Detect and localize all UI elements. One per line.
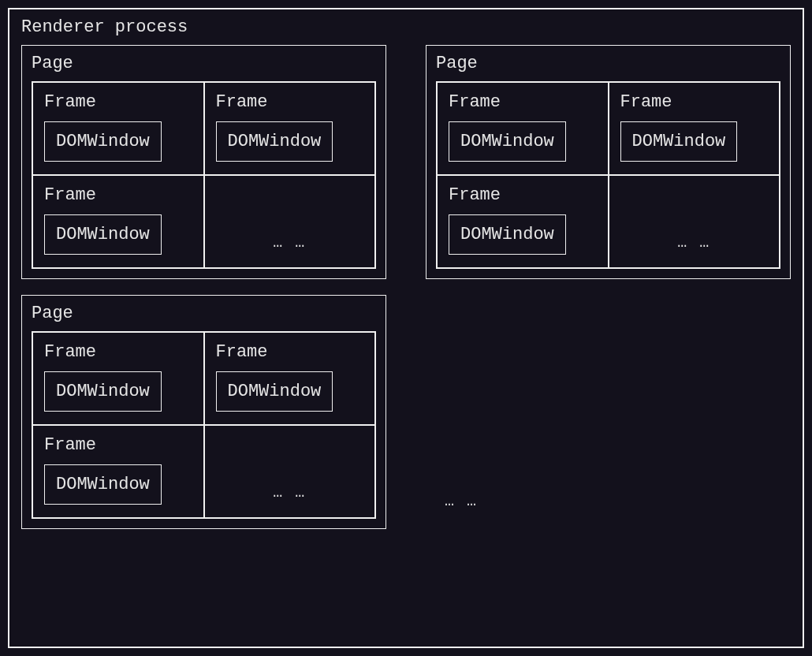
- page-label: Page: [32, 304, 376, 323]
- renderer-process-box: Renderer process Page Frame DOMWindow Fr…: [8, 8, 804, 648]
- frame-cell: Frame DOMWindow: [32, 175, 204, 268]
- domwindow-box: DOMWindow: [44, 121, 162, 162]
- page-box: Page Frame DOMWindow Frame DOMWindow Fra…: [21, 45, 386, 279]
- frame-label: Frame: [216, 342, 364, 362]
- frame-ellipsis-cell: … …: [609, 175, 780, 268]
- frame-label: Frame: [44, 185, 192, 205]
- page-box: Page Frame DOMWindow Frame DOMWindow Fra…: [21, 295, 386, 529]
- ellipsis-label: … …: [273, 233, 306, 252]
- domwindow-box: DOMWindow: [620, 121, 738, 162]
- ellipsis-label: … …: [445, 492, 478, 510]
- frame-cell: Frame DOMWindow: [32, 82, 204, 175]
- frame-cell: Frame DOMWindow: [32, 425, 204, 518]
- frame-ellipsis-cell: … …: [204, 175, 376, 268]
- domwindow-box: DOMWindow: [44, 371, 162, 412]
- domwindow-label: DOMWindow: [632, 132, 726, 151]
- frame-label: Frame: [620, 92, 769, 112]
- frame-cell: Frame DOMWindow: [32, 332, 204, 425]
- page-box: Page Frame DOMWindow Frame DOMWindow Fra…: [426, 45, 791, 279]
- domwindow-label: DOMWindow: [56, 382, 150, 401]
- domwindow-label: DOMWindow: [228, 132, 322, 151]
- page-label: Page: [436, 54, 780, 73]
- frame-cell: Frame DOMWindow: [609, 82, 780, 175]
- domwindow-label: DOMWindow: [228, 382, 322, 401]
- domwindow-box: DOMWindow: [216, 121, 333, 162]
- domwindow-label: DOMWindow: [56, 225, 150, 244]
- frame-cell: Frame DOMWindow: [204, 82, 376, 175]
- frame-label: Frame: [449, 92, 597, 112]
- frame-cell: Frame DOMWindow: [437, 175, 609, 268]
- domwindow-box: DOMWindow: [216, 371, 333, 412]
- frame-ellipsis-cell: … …: [204, 425, 376, 518]
- page-ellipsis-cell: … …: [426, 295, 791, 529]
- frame-label: Frame: [44, 435, 192, 455]
- domwindow-label: DOMWindow: [460, 225, 554, 244]
- domwindow-label: DOMWindow: [56, 132, 150, 151]
- frame-cell: Frame DOMWindow: [437, 82, 609, 175]
- domwindow-box: DOMWindow: [449, 214, 566, 255]
- page-label: Page: [32, 54, 376, 73]
- frame-label: Frame: [44, 92, 192, 112]
- ellipsis-label: … …: [677, 233, 710, 252]
- frames-grid: Frame DOMWindow Frame DOMWindow Frame DO…: [436, 81, 780, 269]
- domwindow-label: DOMWindow: [460, 132, 554, 151]
- domwindow-box: DOMWindow: [449, 121, 566, 162]
- domwindow-box: DOMWindow: [44, 464, 162, 505]
- domwindow-box: DOMWindow: [44, 214, 162, 255]
- domwindow-label: DOMWindow: [56, 475, 150, 494]
- pages-grid: Page Frame DOMWindow Frame DOMWindow Fra…: [21, 45, 791, 529]
- frame-label: Frame: [44, 342, 192, 362]
- ellipsis-label: … …: [273, 483, 306, 501]
- renderer-process-label: Renderer process: [21, 17, 791, 37]
- frame-label: Frame: [449, 185, 597, 205]
- frames-grid: Frame DOMWindow Frame DOMWindow Frame DO…: [32, 81, 376, 269]
- frame-label: Frame: [216, 92, 364, 112]
- frames-grid: Frame DOMWindow Frame DOMWindow Frame DO…: [32, 331, 376, 519]
- frame-cell: Frame DOMWindow: [204, 332, 376, 425]
